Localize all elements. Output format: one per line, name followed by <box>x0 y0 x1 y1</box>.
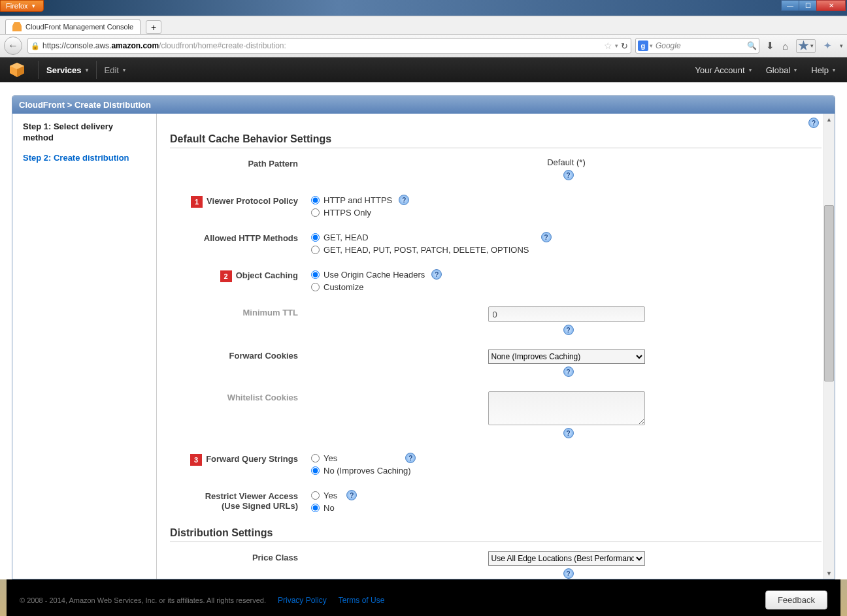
url-domain: amazon.com <box>111 41 159 50</box>
wizard-sidebar: Step 1: Select delivery method Step 2: C… <box>12 114 157 579</box>
select-price-class[interactable]: Use All Edge Locations (Best Performance… <box>488 551 645 566</box>
account-menu[interactable]: Your Account <box>695 65 752 75</box>
label-restrict-access-l1: Restrict Viewer Access <box>205 491 298 501</box>
search-bar[interactable]: g ▾ Google 🔍 <box>635 38 759 54</box>
callout-badge-1: 1 <box>191 196 203 208</box>
terms-link[interactable]: Terms of Use <box>339 596 385 605</box>
reload-icon[interactable]: ↻ <box>621 41 628 51</box>
region-menu[interactable]: Global <box>766 65 797 75</box>
help-icon[interactable]: ? <box>563 170 574 180</box>
help-icon[interactable]: ? <box>563 568 574 579</box>
breadcrumb-page[interactable]: Create Distribution <box>75 100 151 110</box>
back-button[interactable]: ← <box>4 37 22 55</box>
radio-all-methods[interactable] <box>311 246 320 254</box>
browser-tab-active[interactable]: CloudFront Management Console <box>5 19 141 34</box>
home-icon[interactable]: ⌂ <box>782 41 788 52</box>
scrollbar-thumb[interactable] <box>824 205 834 381</box>
path-pattern-value: Default (*) <box>547 157 586 167</box>
lock-icon: 🔒 <box>31 42 40 50</box>
downloads-icon[interactable]: ⬇ <box>766 40 774 52</box>
callout-badge-2: 2 <box>220 270 232 282</box>
label-min-ttl: Minimum TTL <box>170 306 311 317</box>
url-bar[interactable]: 🔒 https://console.aws.amazon.com/cloudfr… <box>27 38 631 54</box>
radio-https-only[interactable] <box>311 208 320 217</box>
edit-menu[interactable]: Edit <box>105 65 125 75</box>
label-forward-query: Forward Query Strings <box>206 454 298 464</box>
label-object-caching: Object Caching <box>236 270 298 280</box>
radio-origin-cache[interactable] <box>311 270 320 279</box>
toolbar-menu-dropdown[interactable]: ▾ <box>840 42 843 49</box>
new-tab-button[interactable]: + <box>146 20 161 34</box>
tab-title: CloudFront Management Console <box>25 23 133 31</box>
footer: © 2008 - 2014, Amazon Web Services, Inc.… <box>0 591 847 609</box>
label-viewer-protocol: Viewer Protocol Policy <box>207 196 298 206</box>
window-close-button[interactable]: ✕ <box>816 0 846 11</box>
label-whitelist-cookies: Whitelist Cookies <box>170 391 311 402</box>
bookmark-icon <box>798 41 809 52</box>
browser-tabstrip: CloudFront Management Console + <box>0 16 847 34</box>
search-engine-dropdown-icon[interactable]: ▾ <box>650 42 653 49</box>
label-allowed-methods: Allowed HTTP Methods <box>170 232 311 243</box>
radio-restrict-no[interactable] <box>311 504 320 512</box>
breadcrumb: CloudFront > Create Distribution <box>12 96 835 114</box>
help-icon[interactable]: ? <box>346 490 357 500</box>
main-content: Default Cache Behavior Settings Path Pat… <box>157 114 835 579</box>
aws-logo-icon[interactable] <box>9 63 25 77</box>
aws-favicon-icon <box>12 22 22 31</box>
feedback-button[interactable]: Feedback <box>765 591 827 609</box>
window-minimize-button[interactable]: — <box>781 0 799 11</box>
radio-query-yes[interactable] <box>311 454 320 462</box>
url-prefix: https://console.aws. <box>42 41 111 50</box>
bookmarks-button[interactable]: ▾ <box>796 39 816 53</box>
google-icon: g <box>638 41 648 51</box>
browser-toolbar: ← 🔒 https://console.aws.amazon.com/cloud… <box>0 34 847 57</box>
services-menu[interactable]: Services <box>46 65 88 75</box>
breadcrumb-root[interactable]: CloudFront <box>19 100 65 110</box>
input-min-ttl[interactable] <box>488 306 645 322</box>
window-maximize-button[interactable]: ☐ <box>799 0 817 11</box>
bookmark-star-icon[interactable]: ☆ <box>604 41 612 51</box>
aws-nav-bar: Services Edit Your Account Global Help <box>0 57 847 82</box>
copyright-text: © 2008 - 2014, Amazon Web Services, Inc.… <box>20 596 266 604</box>
help-icon[interactable]: ? <box>563 366 574 377</box>
section-distribution-title: Distribution Settings <box>170 527 822 542</box>
help-icon[interactable]: ? <box>405 453 416 463</box>
page-help-icon[interactable]: ? <box>808 118 819 128</box>
scrollbar[interactable]: ▲ ▼ <box>823 114 835 579</box>
radio-get-head[interactable] <box>311 233 320 242</box>
help-icon[interactable]: ? <box>563 428 574 438</box>
section-cache-behavior-title: Default Cache Behavior Settings <box>170 133 822 148</box>
radio-query-no[interactable] <box>311 466 320 475</box>
radio-customize[interactable] <box>311 283 320 291</box>
breadcrumb-separator: > <box>67 100 73 110</box>
label-path-pattern: Path Pattern <box>170 157 311 169</box>
wizard-step-1[interactable]: Step 1: Select delivery method <box>23 122 146 144</box>
url-dropdown-icon[interactable]: ▾ <box>615 42 618 49</box>
firefox-menu-button[interactable]: Firefox <box>0 0 44 12</box>
search-submit-icon[interactable]: 🔍 <box>747 41 757 50</box>
label-forward-cookies: Forward Cookies <box>170 349 311 361</box>
select-forward-cookies[interactable]: None (Improves Caching) <box>488 349 645 364</box>
scroll-down-icon[interactable]: ▼ <box>823 568 835 579</box>
label-restrict-access-l2: (Use Signed URLs) <box>222 501 298 511</box>
addons-icon[interactable]: ✦ <box>823 40 832 52</box>
wizard-step-2[interactable]: Step 2: Create distribution <box>23 153 146 163</box>
callout-badge-3: 3 <box>190 454 202 466</box>
help-icon[interactable]: ? <box>541 232 552 242</box>
search-placeholder: Google <box>656 41 681 50</box>
radio-restrict-yes[interactable] <box>311 491 320 500</box>
url-suffix: /cloudfront/home#create-distribution: <box>159 41 286 50</box>
radio-http-https[interactable] <box>311 196 320 204</box>
help-icon[interactable]: ? <box>563 325 574 335</box>
textarea-whitelist-cookies[interactable] <box>488 391 645 425</box>
help-icon[interactable]: ? <box>431 269 442 280</box>
help-icon[interactable]: ? <box>399 195 409 205</box>
help-menu[interactable]: Help <box>811 65 835 75</box>
scroll-up-icon[interactable]: ▲ <box>823 114 835 125</box>
label-price-class: Price Class <box>170 551 311 562</box>
privacy-link[interactable]: Privacy Policy <box>278 596 327 605</box>
